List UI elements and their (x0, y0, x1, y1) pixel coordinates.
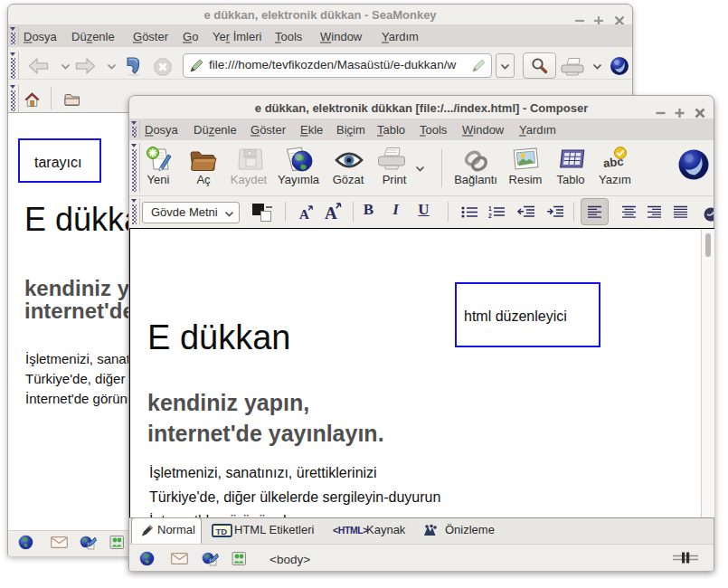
svg-text:1: 1 (488, 205, 492, 212)
svg-text:TD: TD (216, 526, 228, 536)
svg-text:A: A (299, 207, 309, 222)
svg-text:2: 2 (488, 213, 492, 218)
svg-text:A: A (325, 204, 337, 223)
